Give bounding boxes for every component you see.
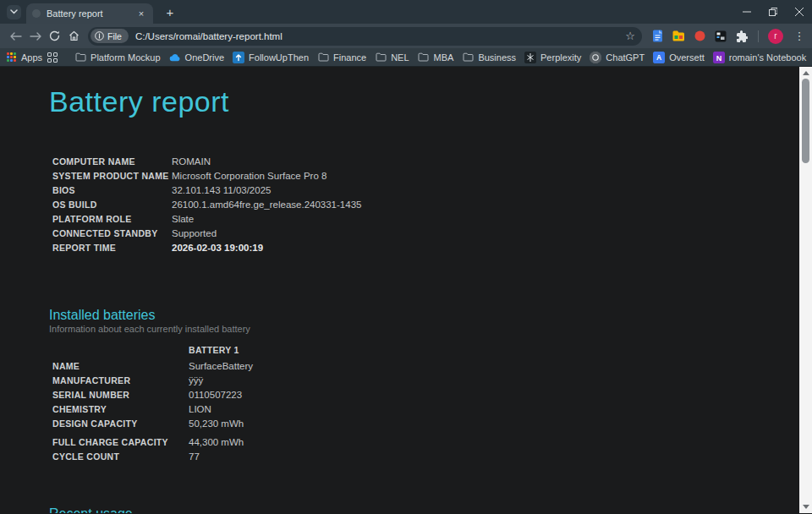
profile-avatar[interactable]: r [768, 29, 783, 44]
row-value: 32.101.143 11/03/2025 [172, 185, 271, 195]
battery-table-group2: FULL CHARGE CAPACITY 44,300 mWh CYCLE CO… [52, 435, 244, 463]
bookmark-item[interactable]: N romain's Notebook [710, 52, 809, 63]
screenshot-extension-icon[interactable] [714, 30, 727, 43]
page-scrollbar[interactable] [799, 67, 812, 513]
bookmark-item[interactable]: Business [458, 52, 519, 63]
bookmark-item[interactable]: NEL [371, 52, 412, 63]
tab-battery-report[interactable]: Battery report × [26, 3, 153, 24]
tab-favicon [32, 9, 41, 18]
bookmark-item[interactable]: MBA [414, 52, 458, 63]
row-value: Microsoft Corporation Surface Pro 8 [172, 171, 326, 181]
row-value: 77 [189, 451, 200, 462]
url-text[interactable]: C:/Users/romai/battery-report.html [135, 31, 283, 41]
row-value: 50,230 mWh [189, 418, 244, 429]
row-value: SurfaceBattery [189, 361, 253, 371]
row-label: BIOS [52, 185, 172, 195]
installed-batteries-heading: Installed batteries [49, 308, 155, 323]
forward-button[interactable] [25, 26, 45, 46]
bookmark-label: Oversett [669, 52, 705, 63]
table-row: CONNECTED STANDBY Supported [52, 226, 361, 240]
bookmark-label: romain's Notebook [729, 52, 806, 63]
restore-button[interactable] [760, 0, 786, 24]
docs-extension-icon[interactable] [650, 30, 664, 43]
bookmark-item[interactable]: OneDrive [166, 52, 228, 63]
perplexity-icon [524, 52, 536, 63]
toolbar-separator [758, 30, 759, 42]
apps-label: Apps [21, 52, 42, 63]
row-label: CONNECTED STANDBY [52, 228, 172, 238]
installed-batteries-subtitle: Information about each currently install… [49, 324, 250, 334]
tab-search-button[interactable] [7, 5, 21, 19]
table-row: FULL CHARGE CAPACITY 44,300 mWh [52, 435, 244, 449]
bookmark-item[interactable]: FollowUpThen [229, 52, 312, 63]
row-label: COMPUTER NAME [52, 156, 172, 167]
battery-table-group1: NAME SurfaceBattery MANUFACTURER ÿÿÿ SER… [52, 358, 253, 430]
row-value: 0110507223 [189, 390, 242, 400]
folder-icon [418, 52, 430, 63]
drive-folder-extension-icon[interactable] [672, 30, 685, 43]
scrollbar-up-arrow[interactable] [799, 67, 812, 79]
new-tab-button[interactable]: + [162, 3, 178, 20]
row-value: Supported [172, 228, 217, 238]
folder-icon [375, 52, 387, 63]
bookmark-label: MBA [434, 52, 454, 63]
table-row: OS BUILD 26100.1.amd64fre.ge_release.240… [52, 197, 361, 211]
bookmarks-bar: Apps Platform Mockup OneDrive FollowUpTh… [0, 48, 812, 67]
page-title: Battery report [49, 85, 229, 118]
row-label: MANUFACTURER [52, 375, 189, 386]
back-icon [10, 32, 22, 41]
svg-text:N: N [716, 53, 722, 62]
address-bar[interactable]: File C:/Users/romai/battery-report.html … [88, 27, 642, 46]
close-icon [795, 8, 804, 16]
row-value: Slate [172, 214, 194, 224]
row-label: SERIAL NUMBER [52, 390, 189, 400]
apps-shortcut[interactable]: Apps [7, 52, 42, 63]
info-icon [95, 31, 104, 41]
tab-groups-icon[interactable] [47, 52, 58, 63]
row-label: CHEMISTRY [52, 404, 189, 414]
bookmark-item[interactable]: A Oversett [650, 52, 708, 63]
bookmark-item[interactable]: ChatGPT [586, 52, 648, 63]
bookmark-label: Platform Mockup [91, 52, 161, 63]
row-value: ÿÿÿ [189, 375, 203, 386]
file-scheme-chip[interactable]: File [91, 29, 129, 43]
tab-strip: Battery report × + [0, 0, 812, 24]
browser-toolbar: File C:/Users/romai/battery-report.html … [0, 24, 812, 48]
scrollbar-down-arrow[interactable] [799, 500, 812, 513]
bookmark-item[interactable]: Perplexity [521, 52, 584, 63]
table-row: MANUFACTURER ÿÿÿ [52, 373, 253, 387]
scrollbar-thumb[interactable] [802, 79, 809, 163]
reload-icon [49, 30, 60, 41]
battery-column-header: BATTERY 1 [189, 345, 239, 355]
svg-text:A: A [656, 53, 661, 62]
bookmark-item[interactable]: Finance [314, 52, 370, 63]
row-label: DESIGN CAPACITY [52, 418, 189, 429]
close-window-button[interactable] [786, 0, 812, 24]
menu-kebab-icon[interactable]: ⋮ [793, 30, 806, 42]
bookmark-item[interactable]: Platform Mockup [71, 52, 164, 63]
next-section-heading-partial: Recent usage [49, 506, 133, 513]
red-dot-extension-icon[interactable] [693, 30, 706, 43]
reload-button[interactable] [45, 26, 64, 46]
row-value: LION [189, 404, 211, 414]
folder-icon [317, 52, 329, 63]
extensions-puzzle-icon[interactable] [735, 30, 749, 43]
onedrive-icon [169, 52, 181, 63]
row-value: 26100.1.amd64fre.ge_release.240331-1435 [172, 200, 361, 210]
bookmark-label: Business [478, 52, 516, 63]
table-row: SERIAL NUMBER 0110507223 [52, 387, 253, 402]
back-button[interactable] [6, 26, 25, 46]
table-row: NAME SurfaceBattery [52, 358, 253, 373]
home-button[interactable] [64, 26, 84, 46]
row-value: 2026-02-03 19:00:19 [172, 243, 263, 253]
minimize-icon [743, 8, 751, 16]
bookmark-label: Finance [333, 52, 366, 63]
table-row: BIOS 32.101.143 11/03/2025 [52, 183, 361, 197]
table-row: CYCLE COUNT 77 [52, 449, 244, 463]
minimize-button[interactable] [733, 0, 760, 24]
bookmark-label: FollowUpThen [249, 52, 309, 63]
bookmark-star-icon[interactable]: ☆ [625, 30, 639, 42]
row-label: SYSTEM PRODUCT NAME [52, 171, 172, 181]
close-tab-icon[interactable]: × [135, 8, 147, 19]
onenote-icon: N [713, 52, 725, 63]
